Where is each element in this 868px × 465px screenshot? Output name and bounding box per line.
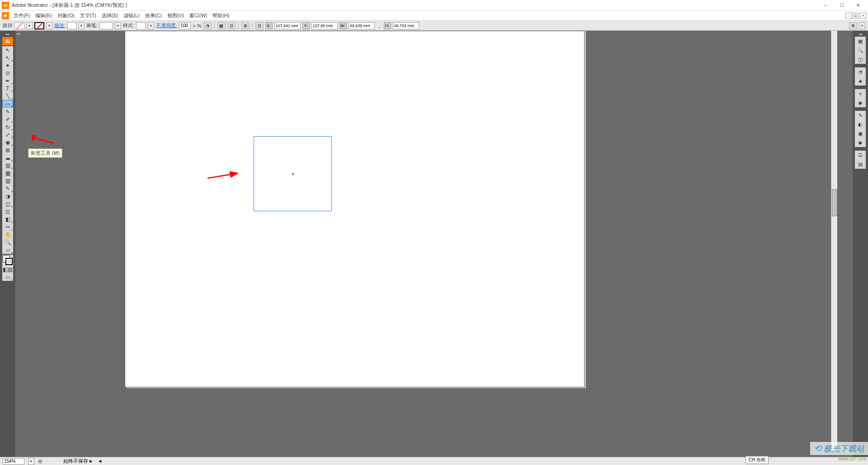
panel-appearance[interactable]: ◉ bbox=[855, 138, 866, 147]
select-similar-icon[interactable]: ⊡ bbox=[227, 22, 236, 29]
panel-color[interactable]: ◔ bbox=[855, 67, 866, 76]
canvas-area[interactable]: ◂◂ ▸▸ 矩形工具 (M) bbox=[15, 31, 853, 457]
scissors-tool[interactable]: ✂ bbox=[2, 223, 13, 231]
type-tool[interactable]: T bbox=[2, 85, 13, 92]
brush-input[interactable] bbox=[99, 22, 113, 29]
minimize-button[interactable]: ─ bbox=[817, 1, 834, 10]
style-dropdown[interactable]: ▾ bbox=[148, 22, 154, 29]
rotate-tool[interactable]: ↻ bbox=[2, 123, 13, 131]
color-mode-tool[interactable]: ◧▨ bbox=[2, 266, 13, 273]
blend-tool[interactable]: ◑ bbox=[2, 192, 13, 200]
panel-align[interactable]: ☰ bbox=[855, 151, 866, 160]
control-bar-menu[interactable]: ▾ bbox=[859, 22, 865, 29]
panel-layers[interactable]: ▤ bbox=[855, 160, 866, 169]
stroke-weight-input[interactable] bbox=[67, 22, 76, 29]
panel-swatches[interactable]: ♣ bbox=[855, 76, 866, 85]
scale-tool[interactable]: ⤢ bbox=[2, 131, 13, 138]
warp-tool[interactable]: ◉ bbox=[2, 138, 13, 146]
opacity-unit: > % bbox=[193, 23, 201, 28]
magic-wand-tool[interactable]: ✦ bbox=[2, 62, 13, 69]
eraser-tool[interactable]: ◧ bbox=[2, 215, 13, 223]
panels-expand-icon[interactable]: ◂◂ bbox=[853, 32, 868, 36]
h-input[interactable] bbox=[393, 22, 419, 29]
free-transform-tool[interactable]: ⊞ bbox=[2, 146, 13, 154]
align-icon[interactable]: ⊞ bbox=[241, 22, 250, 29]
stroke-weight-dropdown[interactable]: ▾ bbox=[78, 22, 85, 29]
column-graph-tool[interactable]: ▥ bbox=[2, 161, 13, 169]
slice-tool[interactable]: ▱ bbox=[2, 246, 13, 254]
pen-tool[interactable]: ✒ bbox=[2, 77, 13, 85]
menu-file[interactable]: 文件(F) bbox=[11, 11, 33, 20]
hand-tool[interactable]: ✋ bbox=[2, 231, 13, 238]
recolor-icon[interactable]: ◔ bbox=[203, 22, 212, 29]
stroke-swatch-tool[interactable] bbox=[5, 258, 13, 265]
lasso-tool[interactable]: ⊙ bbox=[2, 69, 13, 77]
panel-navigator[interactable]: 🔍 bbox=[855, 46, 866, 55]
w-input[interactable] bbox=[349, 22, 375, 29]
stroke-swatch[interactable] bbox=[34, 22, 44, 29]
symbol-sprayer-tool[interactable]: ☁ bbox=[2, 154, 13, 161]
selection-tool[interactable]: ↖ bbox=[2, 46, 13, 54]
stroke-dropdown[interactable]: ▾ bbox=[46, 22, 52, 29]
eyedropper-tool[interactable]: ✎ bbox=[2, 185, 13, 192]
brush-dropdown[interactable]: ▾ bbox=[115, 22, 121, 29]
paintbrush-tool[interactable]: ✎ bbox=[2, 108, 13, 115]
line-tool[interactable]: ╲ bbox=[2, 92, 13, 100]
fill-swatch[interactable] bbox=[14, 22, 24, 29]
menu-filter[interactable]: 滤镜(L) bbox=[121, 11, 142, 20]
direct-selection-tool[interactable]: ↖ bbox=[2, 54, 13, 62]
ime-indicator[interactable]: CH 办简 bbox=[745, 456, 769, 464]
menu-object[interactable]: 对象(O) bbox=[55, 11, 77, 20]
zoom-input[interactable] bbox=[3, 458, 24, 465]
vertical-scrollbar[interactable] bbox=[831, 31, 837, 451]
maximize-button[interactable]: ☐ bbox=[834, 1, 850, 10]
pencil-tool[interactable]: ✐ bbox=[2, 115, 13, 123]
preferences-icon[interactable]: ⚙ bbox=[849, 22, 857, 29]
artboard[interactable] bbox=[125, 31, 585, 387]
transform-anchor-icon[interactable]: ⊡ bbox=[255, 22, 264, 29]
close-button[interactable]: ✕ bbox=[850, 1, 866, 10]
panel-brushes[interactable]: ✎ bbox=[855, 111, 866, 120]
menu-help[interactable]: 帮助(H) bbox=[210, 11, 232, 20]
status-nav-icon[interactable]: ◎ bbox=[38, 458, 42, 464]
watermark-url: www.x37.com bbox=[838, 456, 866, 461]
menu-view[interactable]: 视图(V) bbox=[165, 11, 187, 20]
doc-minimize-button[interactable]: - bbox=[845, 13, 852, 19]
x-input[interactable] bbox=[274, 22, 301, 29]
crop-area-tool[interactable]: ⊡ bbox=[2, 208, 13, 215]
live-paint-tool[interactable]: ◫ bbox=[2, 200, 13, 208]
mesh-tool[interactable]: ▦ bbox=[2, 169, 13, 177]
panel-tools[interactable]: ▦ bbox=[855, 37, 866, 46]
opacity-input[interactable] bbox=[179, 22, 191, 29]
menu-edit[interactable]: 编辑(E) bbox=[33, 11, 55, 20]
zoom-tool[interactable]: 🔍 bbox=[2, 238, 13, 246]
doc-close-button[interactable]: × bbox=[860, 13, 866, 19]
style-swatch[interactable] bbox=[136, 22, 146, 29]
scroll-left-icon[interactable]: ◀ bbox=[99, 459, 101, 463]
doc-restore-button[interactable]: ◱ bbox=[853, 13, 859, 19]
panel-stroke[interactable]: ≡ bbox=[855, 89, 866, 98]
save-state-dropdown[interactable]: ▶ bbox=[90, 459, 92, 463]
link-wh-icon[interactable]: ⎯ bbox=[377, 19, 382, 33]
screen-mode-tool[interactable]: ▭ bbox=[2, 273, 13, 281]
fill-dropdown[interactable]: ▾ bbox=[26, 22, 33, 29]
menu-effect[interactable]: 效果(C) bbox=[142, 11, 165, 20]
menu-type[interactable]: 文字(T) bbox=[77, 11, 99, 20]
panel-transparency[interactable]: ▣ bbox=[855, 129, 866, 138]
toolbox-expand-icon[interactable]: ▸▸ bbox=[0, 32, 15, 36]
menu-select[interactable]: 选择(S) bbox=[99, 11, 121, 20]
opacity-link[interactable]: 不透明度: bbox=[156, 22, 177, 29]
panel-graphic-styles[interactable]: ◐ bbox=[855, 120, 866, 129]
rectangle-tool[interactable]: ▭ bbox=[2, 100, 13, 108]
vertical-scroll-thumb[interactable] bbox=[832, 189, 837, 216]
stroke-link[interactable]: 描边: bbox=[54, 22, 66, 29]
panel-symbols[interactable]: ◉ bbox=[855, 98, 866, 107]
isolate-icon[interactable]: ▦ bbox=[217, 22, 226, 29]
y-input[interactable] bbox=[311, 22, 338, 29]
collapse-left-icon[interactable]: ◂◂ bbox=[16, 32, 20, 36]
fill-stroke-swatch[interactable] bbox=[2, 255, 13, 266]
zoom-dropdown[interactable]: ▾ bbox=[28, 458, 34, 465]
panel-info[interactable]: ◫ bbox=[855, 55, 866, 64]
gradient-tool[interactable]: ▨ bbox=[2, 177, 13, 185]
menu-window[interactable]: 窗口(W) bbox=[187, 11, 210, 20]
